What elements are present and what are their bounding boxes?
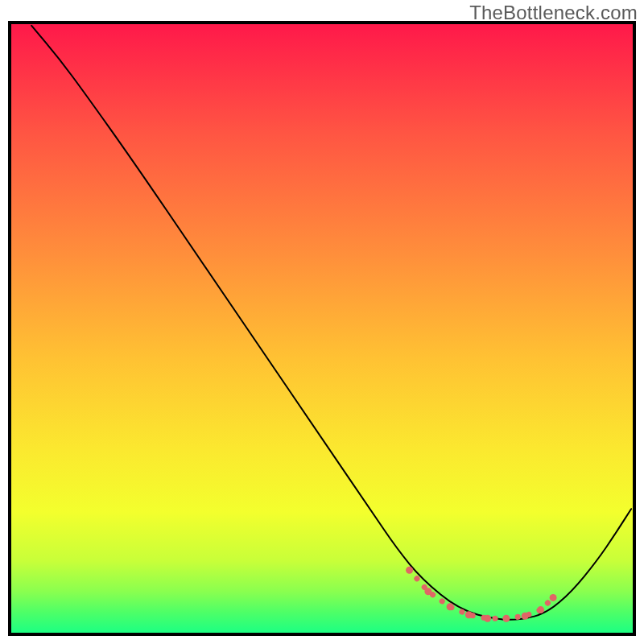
optimal-zone-dot [502, 615, 510, 622]
optimal-zone-dot [424, 588, 431, 595]
optimal-zone-dot [465, 611, 473, 618]
optimal-zone-dot [537, 606, 544, 613]
bottleneck-chart [0, 0, 644, 644]
optimal-zone-dot [406, 567, 413, 574]
optimal-zone-dot [522, 613, 529, 620]
gradient-background [10, 23, 634, 634]
watermark-text: TheBottleneck.com [469, 2, 638, 24]
optimal-zone-dot [447, 603, 454, 610]
optimal-zone-dot [484, 615, 491, 622]
chart-container: TheBottleneck.com [0, 0, 644, 644]
optimal-zone-dot [550, 594, 557, 601]
